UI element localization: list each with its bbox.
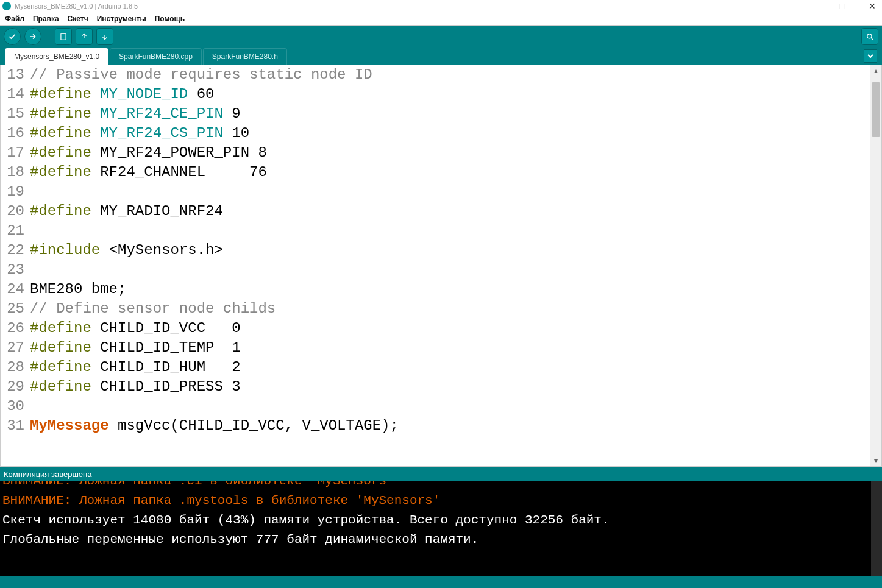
new-button[interactable] <box>55 28 72 45</box>
console-line: Глобальные переменные используют 777 бай… <box>2 530 880 550</box>
code-text: // Passive mode requires static node ID <box>27 65 372 85</box>
code-line[interactable]: 22#include <MySensors.h> <box>1 241 870 260</box>
scroll-up-icon[interactable]: ▴ <box>870 65 881 76</box>
code-text: #define CHILD_ID_HUM 2 <box>27 358 241 377</box>
code-line[interactable]: 17#define MY_RF24_POWER_PIN 8 <box>1 143 870 163</box>
tab-main[interactable]: Mysensors_BME280_v1.0 <box>5 48 108 65</box>
line-number: 29 <box>1 377 27 397</box>
code-text <box>27 182 30 202</box>
tab-sparkfun-cpp[interactable]: SparkFunBME280.cpp <box>110 48 202 65</box>
tab-sparkfun-h[interactable]: SparkFunBME280.h <box>203 48 287 65</box>
tabs-bar: Mysensors_BME280_v1.0 SparkFunBME280.cpp… <box>0 48 882 65</box>
svg-rect-0 <box>61 34 66 40</box>
code-text <box>27 397 30 416</box>
code-line[interactable]: 25// Define sensor node childs <box>1 299 870 319</box>
line-number: 22 <box>1 241 27 260</box>
code-line[interactable]: 30 <box>1 397 870 416</box>
line-number: 27 <box>1 338 27 358</box>
save-button[interactable] <box>96 28 113 45</box>
editor: 13// Passive mode requires static node I… <box>0 65 882 467</box>
code-text: #define RF24_CHANNEL 76 <box>27 163 267 182</box>
arduino-icon <box>2 2 11 10</box>
code-text <box>27 221 30 241</box>
code-line[interactable]: 29#define CHILD_ID_PRESS 3 <box>1 377 870 397</box>
line-number: 31 <box>1 416 27 436</box>
line-number: 21 <box>1 221 27 241</box>
line-number: 17 <box>1 143 27 163</box>
line-number: 14 <box>1 85 27 104</box>
open-button[interactable] <box>76 28 93 45</box>
line-number: 23 <box>1 260 27 280</box>
line-number: 18 <box>1 163 27 182</box>
code-line[interactable]: 23 <box>1 260 870 280</box>
code-text: #define MY_RF24_CE_PIN 9 <box>27 104 241 124</box>
status-text: Компиляция завершена <box>4 470 92 479</box>
code-text: #define CHILD_ID_VCC 0 <box>27 319 241 338</box>
code-area[interactable]: 13// Passive mode requires static node I… <box>1 65 870 466</box>
svg-point-1 <box>867 34 872 38</box>
line-number: 16 <box>1 124 27 143</box>
code-line[interactable]: 20#define MY_RADIO_NRF24 <box>1 202 870 221</box>
console[interactable]: ВНИМАНИЕ: Ложная папка .ci в библиотеке … <box>0 481 882 576</box>
menu-sketch[interactable]: Скетч <box>65 13 91 24</box>
code-line[interactable]: 13// Passive mode requires static node I… <box>1 65 870 85</box>
code-line[interactable]: 26#define CHILD_ID_VCC 0 <box>1 319 870 338</box>
scroll-down-icon[interactable]: ▾ <box>870 455 881 466</box>
code-text: #define MY_NODE_ID 60 <box>27 85 214 104</box>
tabs-dropdown[interactable] <box>864 49 877 63</box>
code-line[interactable]: 31MyMessage msgVcc(CHILD_ID_VCC, V_VOLTA… <box>1 416 870 436</box>
console-line: ВНИМАНИЕ: Ложная папка .mystools в библи… <box>2 491 880 511</box>
verify-button[interactable] <box>4 28 21 45</box>
menu-help[interactable]: Помощь <box>152 13 187 24</box>
line-number: 15 <box>1 104 27 124</box>
line-number: 19 <box>1 182 27 202</box>
line-number: 25 <box>1 299 27 319</box>
code-line[interactable]: 27#define CHILD_ID_TEMP 1 <box>1 338 870 358</box>
code-line[interactable]: 21 <box>1 221 870 241</box>
code-line[interactable]: 24BME280 bme; <box>1 280 870 299</box>
console-scrollbar[interactable] <box>871 481 882 576</box>
code-text: #include <MySensors.h> <box>27 241 223 260</box>
console-line: ВНИМАНИЕ: Ложная папка .ci в библиотеке … <box>2 481 880 491</box>
line-number: 30 <box>1 397 27 416</box>
code-text: #define MY_RADIO_NRF24 <box>27 202 223 221</box>
menu-tools[interactable]: Инструменты <box>94 13 149 24</box>
code-text: // Define sensor node childs <box>27 299 276 319</box>
scroll-track[interactable] <box>870 76 881 455</box>
line-number: 28 <box>1 358 27 377</box>
close-button[interactable]: ✕ <box>865 1 880 11</box>
line-number: 20 <box>1 202 27 221</box>
status-bar: Компиляция завершена <box>0 467 882 481</box>
bottom-bar <box>0 576 882 588</box>
code-line[interactable]: 16#define MY_RF24_CS_PIN 10 <box>1 124 870 143</box>
menu-edit[interactable]: Правка <box>30 13 62 24</box>
window-controls: — □ ✕ <box>803 1 880 11</box>
minimize-button[interactable]: — <box>803 1 819 11</box>
upload-button[interactable] <box>24 28 41 45</box>
code-text <box>27 260 30 280</box>
line-number: 26 <box>1 319 27 338</box>
code-line[interactable]: 15#define MY_RF24_CE_PIN 9 <box>1 104 870 124</box>
maximize-button[interactable]: □ <box>836 1 848 11</box>
toolbar <box>0 26 882 48</box>
console-line: Скетч использует 14080 байт (43%) памяти… <box>2 511 880 530</box>
serial-monitor-button[interactable] <box>861 28 878 45</box>
line-number: 24 <box>1 280 27 299</box>
menu-bar: Файл Правка Скетч Инструменты Помощь <box>0 12 882 26</box>
code-text: #define MY_RF24_POWER_PIN 8 <box>27 143 267 163</box>
line-number: 13 <box>1 65 27 85</box>
code-line[interactable]: 14#define MY_NODE_ID 60 <box>1 85 870 104</box>
titlebar: Mysensors_BME280_v1.0 | Arduino 1.8.5 — … <box>0 0 882 12</box>
editor-scrollbar[interactable]: ▴ ▾ <box>870 65 881 466</box>
code-text: #define CHILD_ID_TEMP 1 <box>27 338 241 358</box>
menu-file[interactable]: Файл <box>2 13 27 24</box>
code-line[interactable]: 18#define RF24_CHANNEL 76 <box>1 163 870 182</box>
scroll-thumb[interactable] <box>872 82 880 137</box>
code-text: #define MY_RF24_CS_PIN 10 <box>27 124 249 143</box>
code-text: BME280 bme; <box>27 280 126 299</box>
code-line[interactable]: 19 <box>1 182 870 202</box>
code-text: #define CHILD_ID_PRESS 3 <box>27 377 241 397</box>
code-text: MyMessage msgVcc(CHILD_ID_VCC, V_VOLTAGE… <box>27 416 399 436</box>
window-title: Mysensors_BME280_v1.0 | Arduino 1.8.5 <box>15 2 803 10</box>
code-line[interactable]: 28#define CHILD_ID_HUM 2 <box>1 358 870 377</box>
